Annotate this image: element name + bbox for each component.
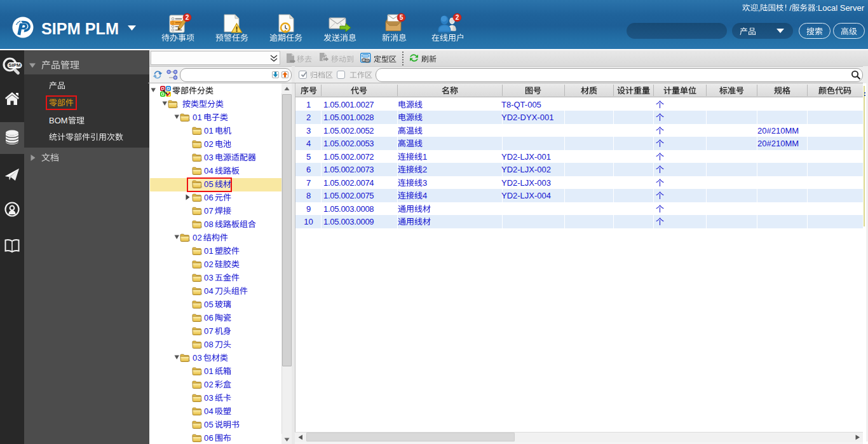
svg-text:2: 2 (456, 14, 459, 21)
svg-text:2: 2 (186, 14, 189, 21)
svg-text:5: 5 (400, 14, 403, 21)
svg-text:SIPM: SIPM (8, 62, 21, 68)
